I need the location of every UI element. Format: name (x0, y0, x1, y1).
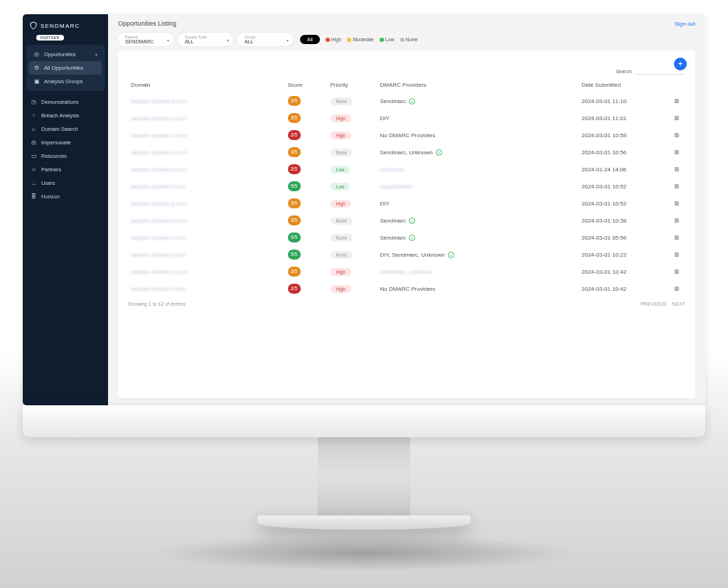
domain-cell: sample-domain-h.com (131, 218, 187, 224)
nav-item-horizon[interactable]: ≣Horizon (26, 190, 105, 203)
nav-item-all-opportunities[interactable]: ⚙ All Opportunities (29, 61, 102, 75)
smile-icon: ☺ (31, 166, 37, 173)
score-badge: 5/5 (288, 232, 301, 242)
priority-chips: All High Moderate Low None (300, 35, 417, 44)
nav-label: Partners (41, 166, 61, 173)
domain-cell: sample-domain-d.com (131, 149, 187, 156)
priority-badge: High (331, 200, 351, 208)
nav-item-breach-analysis[interactable]: ⁘Breach Analysis (26, 109, 105, 122)
score-badge: 2/5 (288, 284, 301, 294)
nav-item-impersonate[interactable]: ◎Impersonate (26, 136, 105, 149)
nav-label: Opportunities (44, 51, 76, 58)
sign-out-link[interactable]: Sign out (675, 21, 695, 27)
next-link[interactable]: NEXT (672, 301, 685, 306)
table-row[interactable]: sample-domain-e.com2/5LowUnknown2024-01-… (128, 161, 685, 178)
shield-icon (29, 21, 38, 30)
document-icon[interactable]: 🗎 (671, 178, 685, 195)
table-row[interactable]: sample-domain-a.com3/5NoneSendmarc ✓2024… (128, 92, 685, 109)
group-dropdown[interactable]: Group ALL ▾ (237, 33, 293, 46)
document-icon[interactable]: 🗎 (671, 127, 685, 144)
provider-text: Sendmarc ✓ (380, 98, 415, 105)
date-cell: 2024-03-01 10:22 (579, 246, 671, 263)
priority-badge: Low (331, 166, 350, 173)
table-row[interactable]: sample-domain-h.com3/5NoneSendmarc ✓2024… (128, 212, 685, 229)
date-cell: 2024-03-01 10:52 (579, 195, 671, 212)
nav-label: Breach Analysis (41, 112, 79, 119)
dot-icon (326, 38, 330, 42)
table-row[interactable]: sample-domain-g.com3/5HighDIY2024-03-01 … (128, 195, 685, 212)
nav-item-users[interactable]: ⛬Users (26, 176, 105, 190)
document-icon[interactable]: 🗎 (671, 280, 685, 297)
gear-icon: ⚙ (33, 65, 40, 71)
document-icon[interactable]: 🗎 (671, 161, 685, 178)
score-badge: 5/5 (288, 181, 301, 191)
date-cell: 2024-03-01 10:52 (579, 178, 671, 195)
priority-badge: High (331, 285, 351, 293)
provider-blur: Sendmarc, Unknown (380, 269, 433, 275)
document-icon[interactable]: 🗎 (671, 109, 685, 127)
check-icon: ✓ (436, 149, 442, 156)
nav-group-opportunities: ◎ Opportunities ▾ ⚙ All Opportunities ▣ … (26, 45, 105, 91)
brand-badge: PARTNER (36, 35, 64, 41)
chevron-down-icon: ▾ (227, 37, 229, 42)
dot-icon (347, 38, 351, 42)
monitor-bezel (23, 405, 705, 437)
nav-item-opportunities[interactable]: ◎ Opportunities ▾ (29, 48, 102, 61)
dot-icon (380, 38, 384, 42)
filter-chip-low[interactable]: Low (380, 37, 395, 42)
document-icon[interactable]: 🗎 (671, 229, 685, 246)
document-icon[interactable]: 🗎 (671, 212, 685, 229)
col-priority[interactable]: Priority (328, 77, 378, 92)
col-score[interactable]: Score (285, 77, 328, 92)
table-row[interactable]: sample-domain-f.com5/5LowEasyDMARC2024-0… (128, 178, 685, 195)
document-icon[interactable]: 🗎 (671, 144, 685, 161)
document-icon[interactable]: 🗎 (671, 92, 685, 109)
page-title: Opportunities Listing (118, 20, 176, 27)
check-icon: ✓ (448, 252, 454, 258)
table-row[interactable]: sample-domain-l.com2/5HighNo DMARC Provi… (128, 280, 685, 297)
col-date[interactable]: Date Submitted (579, 77, 671, 92)
col-providers[interactable]: DMARC Providers (378, 77, 579, 92)
domain-cell: sample-domain-c.com (131, 132, 187, 139)
source-type-dropdown[interactable]: Source Type ALL ▾ (178, 33, 233, 46)
users-icon: ⛬ (31, 180, 37, 186)
nav-item-demonstrations[interactable]: ◷Demonstrations (26, 95, 105, 109)
score-badge: 3/5 (288, 215, 301, 225)
table-footer: Showing 1 to 12 of entries PREVIOUS NEXT (128, 297, 685, 308)
domain-cell: sample-domain-e.com (131, 166, 187, 173)
filter-bar: Partner SENDMARC ▾ Source Type ALL ▾ Gro… (108, 33, 705, 50)
document-icon[interactable]: 🗎 (671, 246, 685, 263)
brand-name: SENDMARC (41, 23, 80, 29)
nav-item-domain-search[interactable]: ⌕Domain Search (26, 122, 105, 136)
table-row[interactable]: sample-domain-i.com5/5NoneSendmarc ✓2024… (128, 229, 685, 246)
table-row[interactable]: sample-domain-k.com3/5HighSendmarc, Unkn… (128, 263, 685, 280)
filter-chip-none[interactable]: None (400, 37, 418, 42)
monitor-shadow (151, 535, 577, 571)
main: Opportunities Listing Sign out Partner S… (108, 14, 705, 405)
add-button[interactable]: + (674, 58, 687, 70)
col-domain[interactable]: Domain (128, 77, 285, 92)
dropdown-value: SENDMARC (125, 39, 159, 44)
filter-chip-all[interactable]: All (300, 35, 320, 44)
table-row[interactable]: sample-domain-c.com2/5HighNo DMARC Provi… (128, 127, 685, 144)
prev-link[interactable]: PREVIOUS (641, 301, 666, 306)
nav-item-partners[interactable]: ☺Partners (26, 163, 105, 176)
table-row[interactable]: sample-domain-b.com3/5HighDIY2024-03-01 … (128, 109, 685, 127)
document-icon[interactable]: 🗎 (671, 263, 685, 280)
filter-chip-moderate[interactable]: Moderate (347, 37, 374, 42)
dot-icon (400, 38, 405, 42)
priority-badge: High (331, 132, 351, 139)
nav-label: Resources (41, 153, 67, 159)
check-icon: ✓ (409, 218, 415, 224)
document-icon[interactable]: 🗎 (671, 195, 685, 212)
table-row[interactable]: sample-domain-d.com3/5NoneSendmarc, Unkn… (128, 144, 685, 161)
filter-chip-high[interactable]: High (326, 37, 341, 42)
chevron-down-icon: ▾ (167, 37, 169, 42)
nav-item-resources[interactable]: ▭Resources (26, 149, 105, 163)
score-badge: 2/5 (288, 164, 301, 174)
search-icon: ⌕ (31, 126, 37, 132)
table-row[interactable]: sample-domain-j.com5/5NoneDIY, Sendmarc,… (128, 246, 685, 263)
partner-dropdown[interactable]: Partner SENDMARC ▾ (118, 33, 173, 46)
opportunities-table: Domain Score Priority DMARC Providers Da… (128, 77, 685, 297)
nav-item-analysis-groups[interactable]: ▣ Analysis Groups (29, 75, 102, 88)
